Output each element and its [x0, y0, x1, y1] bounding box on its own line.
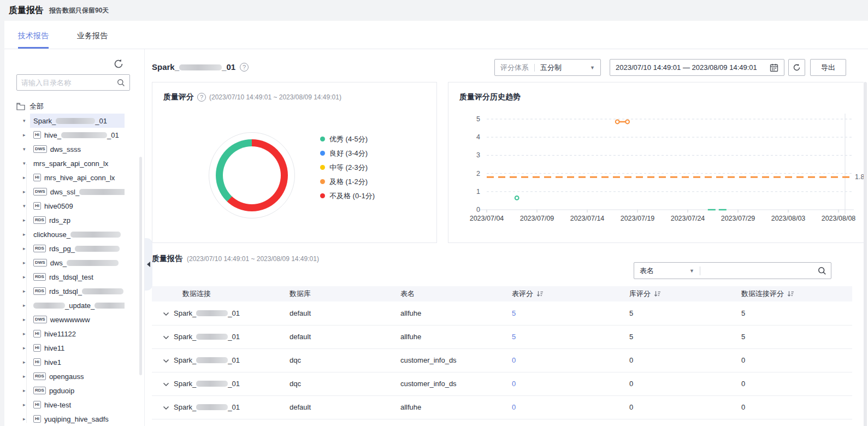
chevron-collapsed-icon[interactable]: ▸	[23, 232, 30, 237]
page-scrollbar[interactable]	[864, 82, 867, 426]
legend-item[interactable]: 优秀 (4-5分)	[320, 135, 375, 143]
tree-item[interactable]: ▸DWSdws_ssl_	[4, 185, 139, 199]
directory-search-input[interactable]	[21, 79, 117, 87]
tree-item[interactable]: ▸Hihive11	[4, 341, 139, 355]
legend-item[interactable]: 及格 (1-2分)	[320, 177, 375, 186]
redacted-text	[70, 232, 121, 238]
refresh-report-button[interactable]	[788, 59, 805, 76]
export-button[interactable]: 导出	[810, 59, 846, 76]
tree-item-label: rds_zp	[49, 216, 70, 224]
column-header[interactable]: 库评分	[629, 286, 741, 301]
chevron-collapsed-icon[interactable]: ▸	[23, 274, 30, 280]
chevron-collapsed-icon[interactable]: ▸	[23, 246, 30, 251]
table-score-link[interactable]: 0	[512, 403, 516, 411]
tab-biz-report[interactable]: 业务报告	[77, 21, 108, 49]
chevron-collapsed-icon[interactable]: ▸	[23, 132, 30, 138]
tree-item[interactable]: ▸DWSwewwwwww	[4, 312, 139, 327]
chevron-collapsed-icon[interactable]: ▸	[23, 317, 30, 322]
chevron-collapsed-icon[interactable]: ▸	[23, 416, 30, 422]
cell-connection: Spark__01	[152, 301, 290, 325]
tree-item[interactable]: ▾Hihive0509	[4, 199, 139, 213]
tab-tech-report[interactable]: 技术报告	[18, 21, 49, 49]
sidebar-collapse-handle[interactable]	[145, 238, 152, 291]
filter-search-input[interactable]	[700, 267, 818, 275]
x-tick-label: 2023/07/24	[671, 215, 705, 222]
chevron-collapsed-icon[interactable]: ▸	[23, 359, 30, 365]
db-type-badge: Hi	[33, 401, 41, 409]
chevron-expanded-icon[interactable]: ▾	[23, 203, 30, 209]
tree-item[interactable]: ▸RDSrds_pg_	[4, 241, 139, 256]
refresh-tree-icon[interactable]	[113, 58, 125, 70]
tab-bar: 技术报告业务报告	[4, 21, 868, 49]
chevron-collapsed-icon[interactable]: ▸	[23, 345, 30, 351]
chevron-collapsed-icon[interactable]: ▸	[23, 175, 30, 180]
tree-item[interactable]: ▸clickhouse_	[4, 227, 139, 241]
db-type-badge: DWS	[33, 188, 47, 196]
tree-item[interactable]: ▸RDSrds_tdsql_test	[4, 270, 139, 284]
tree-item[interactable]: ▸DWSdws_	[4, 256, 139, 270]
x-tick-label: 2023/07/14	[570, 215, 605, 222]
sort-icon[interactable]	[787, 291, 794, 297]
legend-item[interactable]: 不及格 (0-1分)	[320, 192, 375, 200]
score-system-select[interactable]: 评分体系 五分制 ▼	[494, 59, 601, 76]
legend-label: 不及格 (0-1分)	[329, 191, 375, 201]
table-score-link[interactable]: 0	[512, 356, 516, 364]
db-type-badge: Hi	[33, 344, 41, 352]
db-type-badge: Hi	[33, 415, 41, 423]
tree-item[interactable]: ▾DWSdws_ssss	[4, 142, 139, 156]
name-text: _01	[228, 309, 240, 317]
tree-item[interactable]: ▸Himrs_hive_api_conn_lx	[4, 170, 139, 185]
chevron-collapsed-icon[interactable]: ▸	[23, 217, 30, 223]
date-range-picker[interactable]: 2023/07/10 14:49:01 — 2023/08/09 14:49:0…	[610, 59, 784, 76]
tree-item-label: yuqiping_hive_sadfs	[44, 415, 109, 423]
tree-item-label: clickhouse_	[33, 230, 121, 239]
tree-item[interactable]: ▸RDSrds_tdsql_	[4, 284, 139, 298]
tree-item[interactable]: ▸RDSrds_zp	[4, 213, 139, 227]
row-expand-icon[interactable]	[163, 382, 169, 387]
quality-score-help-icon[interactable]: ?	[197, 93, 206, 102]
tree-item[interactable]: ▸Hihive__01	[4, 128, 139, 142]
tree-item-body: Himrs_hive_api_conn_lx	[30, 170, 125, 185]
tree-item[interactable]: ▾mrs_spark_api_conn_lx	[4, 156, 139, 170]
chevron-collapsed-icon[interactable]: ▸	[23, 374, 30, 379]
chevron-expanded-icon[interactable]: ▾	[23, 161, 30, 166]
column-header[interactable]: 表评分	[512, 286, 629, 301]
help-icon[interactable]: ?	[240, 63, 249, 72]
search-icon[interactable]	[818, 267, 826, 275]
sort-icon[interactable]	[654, 291, 661, 297]
column-header[interactable]: 数据连接评分	[741, 286, 852, 301]
tree-item-body: Hihive11	[30, 341, 125, 355]
row-expand-icon[interactable]	[163, 406, 169, 410]
row-expand-icon[interactable]	[163, 335, 169, 340]
tree-item[interactable]: ▸Hiyuqiping_hive_sadfs	[4, 412, 139, 426]
tree-item[interactable]: ▸RDSpgduoip	[4, 383, 139, 398]
chevron-collapsed-icon[interactable]: ▸	[23, 303, 30, 308]
chevron-collapsed-icon[interactable]: ▸	[23, 331, 30, 336]
chevron-collapsed-icon[interactable]: ▸	[23, 189, 30, 194]
filter-field-select[interactable]: 表名 ▼	[634, 263, 700, 279]
tree-root-all[interactable]: 全部	[4, 99, 139, 114]
table-score-link[interactable]: 5	[512, 309, 516, 317]
chevron-collapsed-icon[interactable]: ▸	[23, 260, 30, 265]
chevron-collapsed-icon[interactable]: ▸	[23, 288, 30, 294]
chevron-collapsed-icon[interactable]: ▸	[23, 402, 30, 407]
tree-item[interactable]: ▸Hihive1	[4, 355, 139, 369]
tree-item[interactable]: ▸Hihive-test	[4, 398, 139, 412]
chevron-expanded-icon[interactable]: ▾	[23, 146, 30, 152]
table-score-link[interactable]: 0	[512, 380, 516, 388]
chevron-expanded-icon[interactable]: ▾	[23, 118, 30, 123]
table-score-link[interactable]: 5	[512, 333, 516, 341]
tree-item[interactable]: ▸_update_	[4, 298, 139, 312]
legend-item[interactable]: 中等 (2-3分)	[320, 163, 375, 171]
legend-item[interactable]: 良好 (3-4分)	[320, 149, 375, 157]
search-icon[interactable]	[117, 79, 125, 87]
chevron-collapsed-icon[interactable]: ▸	[23, 388, 30, 393]
tree-item[interactable]: ▾Spark__01	[4, 114, 139, 128]
tree-item[interactable]: ▸Hihive11122	[4, 327, 139, 341]
sidebar-scrollbar[interactable]	[139, 157, 142, 375]
tree-item[interactable]: ▸RDSopengauss	[4, 369, 139, 383]
name-text: mrs_spark_api_conn_lx	[33, 159, 108, 168]
sort-icon[interactable]	[536, 291, 544, 297]
row-expand-icon[interactable]	[163, 359, 169, 363]
row-expand-icon[interactable]	[163, 312, 169, 316]
